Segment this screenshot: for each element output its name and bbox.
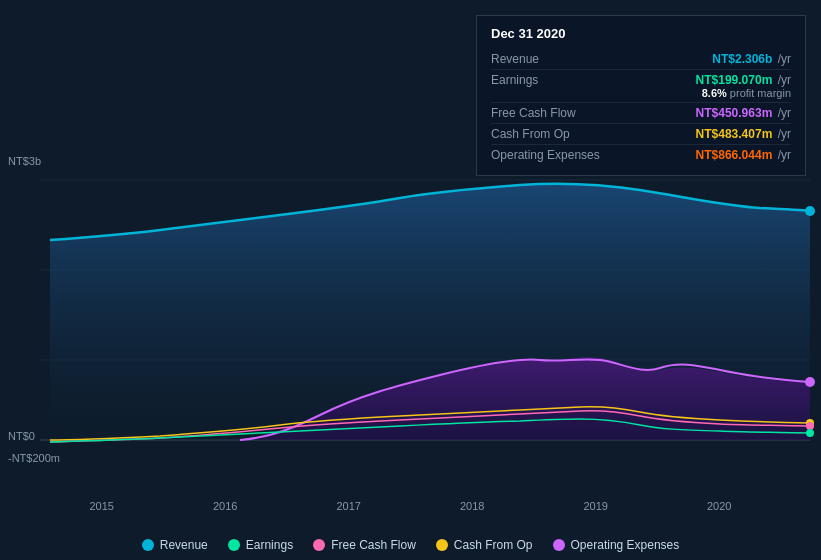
tooltip-row-revenue: Revenue NT$2.306b /yr (491, 49, 791, 70)
tooltip-row-earnings: Earnings NT$199.070m /yr 8.6% profit mar… (491, 70, 791, 103)
svg-point-5 (805, 377, 815, 387)
tooltip-row-fcf: Free Cash Flow NT$450.963m /yr (491, 103, 791, 124)
legend-dot-fcf (313, 539, 325, 551)
tooltip-row-cashfromop: Cash From Op NT$483.407m /yr (491, 124, 791, 145)
svg-point-7 (806, 422, 814, 430)
legend-label-earnings: Earnings (246, 538, 293, 552)
legend-earnings[interactable]: Earnings (228, 538, 293, 552)
tooltip-value-earnings: NT$199.070m /yr 8.6% profit margin (696, 73, 791, 99)
x-axis: 2015 2016 2017 2018 2019 2020 (0, 500, 821, 512)
tooltip-label-revenue: Revenue (491, 52, 539, 66)
legend-label-opex: Operating Expenses (571, 538, 680, 552)
legend-cashfromop[interactable]: Cash From Op (436, 538, 533, 552)
y-label-neg200m: -NT$200m (8, 452, 60, 464)
legend-dot-revenue (142, 539, 154, 551)
legend-label-revenue: Revenue (160, 538, 208, 552)
legend-fcf[interactable]: Free Cash Flow (313, 538, 416, 552)
y-label-0: NT$0 (8, 430, 35, 442)
x-label-2019: 2019 (584, 500, 608, 512)
tooltip-value-cashfromop: NT$483.407m /yr (696, 127, 791, 141)
chart-legend: Revenue Earnings Free Cash Flow Cash Fro… (0, 538, 821, 552)
x-label-2017: 2017 (337, 500, 361, 512)
tooltip-label-cashfromop: Cash From Op (491, 127, 570, 141)
legend-dot-cashfromop (436, 539, 448, 551)
y-label-3b: NT$3b (8, 155, 41, 167)
legend-label-fcf: Free Cash Flow (331, 538, 416, 552)
legend-dot-earnings (228, 539, 240, 551)
x-label-2015: 2015 (90, 500, 114, 512)
legend-opex[interactable]: Operating Expenses (553, 538, 680, 552)
legend-revenue[interactable]: Revenue (142, 538, 208, 552)
tooltip-value-fcf: NT$450.963m /yr (696, 106, 791, 120)
tooltip-row-opex: Operating Expenses NT$866.044m /yr (491, 145, 791, 165)
tooltip-value-revenue: NT$2.306b /yr (712, 52, 791, 66)
tooltip-label-opex: Operating Expenses (491, 148, 600, 162)
tooltip-value-opex: NT$866.044m /yr (696, 148, 791, 162)
x-label-2020: 2020 (707, 500, 731, 512)
data-tooltip: Dec 31 2020 Revenue NT$2.306b /yr Earnin… (476, 15, 806, 176)
tooltip-label-earnings: Earnings (491, 73, 538, 87)
tooltip-label-fcf: Free Cash Flow (491, 106, 576, 120)
legend-dot-opex (553, 539, 565, 551)
svg-point-8 (806, 429, 814, 437)
tooltip-date: Dec 31 2020 (491, 26, 791, 41)
svg-point-9 (805, 206, 815, 216)
x-label-2018: 2018 (460, 500, 484, 512)
legend-label-cashfromop: Cash From Op (454, 538, 533, 552)
x-label-2016: 2016 (213, 500, 237, 512)
